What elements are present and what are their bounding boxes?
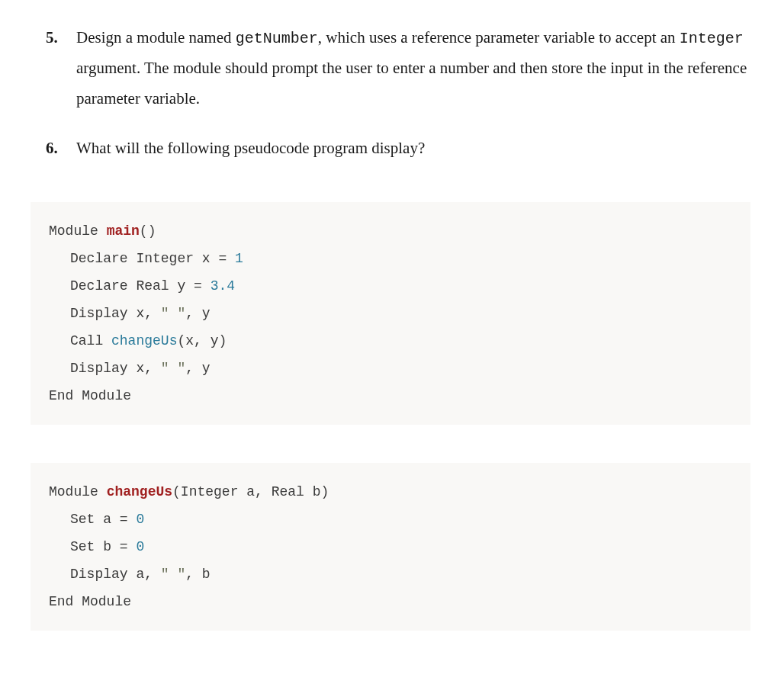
code-line: End Module — [49, 588, 732, 615]
code-string: " " — [161, 361, 185, 376]
question-number-5: 5. — [46, 23, 58, 53]
code-number: 0 — [136, 512, 144, 527]
code-line: Declare Integer x = 1 — [49, 245, 732, 272]
code-text: Call — [70, 333, 111, 348]
code-line: Declare Real y = 3.4 — [49, 272, 732, 300]
code-number: 1 — [235, 251, 243, 266]
code-text: Display x, — [70, 361, 161, 376]
code-line: Set a = 0 — [49, 506, 732, 533]
code-line: Call changeUs(x, y) — [49, 327, 732, 355]
question-5-text: Design a module named getNumber, which u… — [76, 28, 747, 108]
code-text: Module — [49, 223, 107, 239]
code-text: Display a, — [70, 567, 161, 582]
code-line: Set b = 0 — [49, 533, 732, 560]
code-string: " " — [161, 567, 185, 582]
code-block-changeUs: Module changeUs(Integer a, Real b) Set a… — [31, 463, 750, 631]
code-line: Display x, " ", y — [49, 355, 732, 382]
text-part: What will the following pseudocode progr… — [76, 139, 425, 157]
code-text: Declare Integer x = — [70, 251, 235, 266]
code-text: , y — [185, 361, 210, 376]
code-text: Set a = — [70, 512, 136, 527]
question-list: 5. Design a module named getNumber, whic… — [31, 23, 750, 164]
code-keyword-changeUs: changeUs — [107, 484, 172, 499]
code-function: changeUs — [111, 333, 177, 348]
code-text: (Integer a, Real b) — [172, 484, 329, 499]
code-line: Display a, " ", b — [49, 560, 732, 588]
code-number: 0 — [136, 539, 144, 554]
text-part: , which uses a reference parameter varia… — [318, 28, 680, 47]
text-part: argument. The module should prompt the u… — [76, 59, 747, 108]
code-text: End Module — [49, 594, 131, 609]
code-text: Display x, — [70, 306, 161, 321]
code-line: Display x, " ", y — [49, 300, 732, 327]
code-text: Module — [49, 484, 107, 499]
code-text: () — [140, 223, 156, 239]
code-text: (x, y) — [177, 333, 227, 348]
code-text: End Module — [49, 388, 131, 403]
code-text: Set b = — [70, 539, 136, 554]
code-string: " " — [161, 306, 185, 321]
code-text: , b — [185, 567, 210, 582]
code-line: Module main() — [49, 217, 732, 245]
code-line: Module changeUs(Integer a, Real b) — [49, 478, 732, 506]
code-number: 3.4 — [211, 278, 235, 294]
code-block-main: Module main() Declare Integer x = 1 Decl… — [31, 202, 750, 425]
code-text: , y — [185, 306, 210, 321]
code-getNumber: getNumber — [236, 30, 318, 47]
code-line: End Module — [49, 382, 732, 409]
question-6: 6. What will the following pseudocode pr… — [76, 133, 750, 164]
code-Integer: Integer — [680, 30, 744, 47]
text-part: Design a module named — [76, 28, 236, 47]
question-number-6: 6. — [46, 133, 58, 164]
question-6-text: What will the following pseudocode progr… — [76, 139, 425, 157]
question-5: 5. Design a module named getNumber, whic… — [76, 23, 750, 114]
code-keyword-main: main — [107, 223, 140, 239]
code-text: Declare Real y = — [70, 278, 211, 294]
